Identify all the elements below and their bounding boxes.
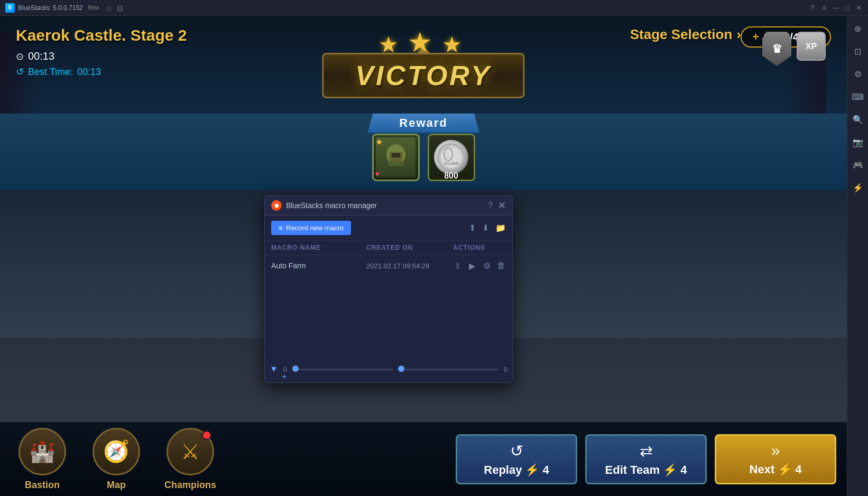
victory-stars: ★ ★ ★ [378, 32, 468, 58]
victory-text: VICTORY [355, 60, 491, 91]
nav-item-bastion[interactable]: 🏰 Bastion [11, 428, 74, 491]
sidebar-icon-2[interactable]: ⊡ [851, 44, 865, 59]
edit-team-icon: ⇄ [640, 442, 653, 460]
minimize-button[interactable]: — [832, 4, 839, 12]
edit-team-button[interactable]: ⇄ Edit Team ⚡ 4 [585, 434, 707, 484]
best-time-value: 00:13 [77, 67, 101, 78]
export-icon[interactable]: ⬆ [469, 223, 476, 233]
bastion-label: Bastion [25, 480, 60, 491]
svg-rect-3 [388, 162, 404, 166]
record-new-macro-button[interactable]: Record new macro [271, 221, 351, 235]
record-btn-label: Record new macro [286, 224, 344, 232]
macro-share-button[interactable]: ⇪ [453, 260, 463, 271]
reward-item-hero: ★ ♥ [372, 134, 420, 181]
record-dot [279, 226, 283, 230]
macro-toolbar: Record new macro ⬆ ⬇ 📁 [265, 216, 512, 241]
edit-team-bolt-icon: ⚡ [663, 463, 677, 477]
replay-label: Replay ⚡ 4 [484, 463, 549, 477]
macro-settings-button[interactable]: ⚙ [482, 260, 492, 271]
macro-manager-dialog: ⬟ BlueStacks macro manager ? ✕ Record ne… [264, 195, 513, 383]
map-label: Map [107, 480, 126, 491]
titlebar-version: 5.0.0.7152 [53, 4, 83, 12]
nav-item-champions[interactable]: ⚔ Champions [159, 428, 222, 491]
timeline-bar-1[interactable] [292, 369, 393, 370]
right-sidebar: ⊕ ⊡ ⚙ ⌨ 🔍 📷 🎮 ⚡ [847, 16, 868, 496]
svg-rect-2 [392, 153, 400, 157]
timeline-plus-btn[interactable]: + [282, 372, 287, 381]
import-icon[interactable]: ⬇ [482, 223, 489, 233]
refresh-icon: ↺ [16, 66, 24, 78]
star-right: ★ [442, 32, 468, 58]
close-button[interactable]: ✕ [855, 4, 863, 12]
title-bar: B BlueStacks 5.0.0.7152 Beta ⌂ ⊡ ? ≡ — □… [0, 0, 868, 16]
stage-title: Kaerok Castle. Stage 2 [16, 26, 187, 44]
coin-image: SILVER [434, 140, 468, 174]
menu-button[interactable]: ≡ [820, 4, 828, 12]
reward-label: Reward [367, 114, 479, 133]
replay-button[interactable]: ↺ Replay ⚡ 4 [456, 434, 577, 484]
action-buttons: ↺ Replay ⚡ 4 ⇄ Edit Team ⚡ 4 » [456, 434, 836, 484]
nav-item-map[interactable]: 🧭 Map [85, 428, 148, 491]
macro-toolbar-icons: ⬆ ⬇ 📁 [469, 223, 506, 233]
help-button[interactable]: ? [809, 4, 816, 12]
macro-help-button[interactable]: ? [488, 201, 493, 210]
titlebar-icons: ⌂ ⊡ [107, 4, 123, 12]
bottom-bar: 🏰 Bastion 🧭 Map ⚔ Champions [0, 422, 847, 496]
macro-close-button[interactable]: ✕ [498, 201, 506, 210]
window-controls: ? ≡ — □ ✕ [809, 4, 863, 12]
macro-row: Auto Farm 2021.02.17 09:54:29 ⇪ ▶ ⚙ 🗑 [265, 255, 512, 277]
bluestacks-icon: B [5, 3, 15, 13]
reward-badges: ♛ XP [762, 32, 826, 66]
sidebar-icon-4[interactable]: ⌨ [851, 89, 865, 104]
macro-name-value: Auto Farm [271, 261, 366, 270]
macro-created-value: 2021.02.17 09:54:29 [366, 262, 453, 270]
best-time-row: ↺ Best Time: 00:13 [16, 66, 101, 78]
next-button[interactable]: » Next ⚡ 4 [715, 434, 836, 484]
champions-icon: ⚔ [181, 439, 200, 464]
game-header: Kaerok Castle. Stage 2 ⊙ 00:13 ↺ Best Ti… [0, 16, 847, 114]
energy-plus-icon: + [752, 30, 759, 44]
xp-label: XP [806, 42, 817, 51]
macro-dialog-title: BlueStacks macro manager [286, 201, 488, 210]
folder-icon[interactable]: 📁 [495, 223, 506, 233]
next-label: Next ⚡ 4 [750, 463, 802, 476]
timeline-area: ▼ 0 0 [264, 364, 513, 374]
col-actions: ACTIONS [453, 244, 506, 251]
sidebar-icon-3[interactable]: ⚙ [851, 67, 865, 81]
timeline-bar-2[interactable] [398, 369, 498, 370]
edit-team-cost: 4 [680, 463, 687, 477]
col-created-on: CREATED ON [366, 244, 453, 251]
champions-label: Champions [164, 480, 216, 491]
champions-icon-circle: ⚔ [167, 428, 214, 475]
macro-dialog-header: ⬟ BlueStacks macro manager ? ✕ [265, 196, 512, 216]
next-cost: 4 [795, 463, 801, 476]
maximize-button[interactable]: □ [844, 4, 851, 12]
home-icon[interactable]: ⌂ [107, 4, 111, 12]
bs-icon: ⬟ [274, 203, 279, 209]
replay-text: Replay [484, 463, 522, 477]
next-icon: » [771, 442, 780, 460]
sidebar-icon-8[interactable]: ⚡ [851, 180, 865, 195]
map-icon: 🧭 [103, 439, 130, 464]
timeline-value-2: 0 [504, 366, 507, 373]
hero-icon [380, 142, 412, 173]
sidebar-icon-5[interactable]: 🔍 [851, 112, 865, 127]
sidebar-icon-7[interactable]: 🎮 [851, 157, 865, 172]
replay-bolt-icon: ⚡ [525, 463, 539, 477]
timeline-handle-2 [398, 366, 404, 372]
coin-value: 800 [444, 171, 458, 181]
star-left: ★ [378, 32, 405, 58]
hero-star-badge: ★ [375, 137, 383, 147]
stage-selection-label: Stage Selection [630, 26, 733, 43]
edit-team-label: Edit Team ⚡ 4 [605, 463, 687, 477]
victory-plate: VICTORY [322, 53, 524, 98]
sidebar-icon-1[interactable]: ⊕ [851, 21, 865, 36]
screen-icon[interactable]: ⊡ [117, 4, 123, 12]
timer-icon: ⊙ [16, 51, 24, 62]
sidebar-icon-6[interactable]: 📷 [851, 135, 865, 149]
stage-selection-button[interactable]: Stage Selection › [630, 26, 741, 43]
macro-delete-button[interactable]: 🗑 [497, 260, 506, 271]
macro-play-button[interactable]: ▶ [468, 260, 477, 271]
col-macro-name: MACRO NAME [271, 244, 366, 251]
replay-icon: ↺ [510, 442, 523, 460]
